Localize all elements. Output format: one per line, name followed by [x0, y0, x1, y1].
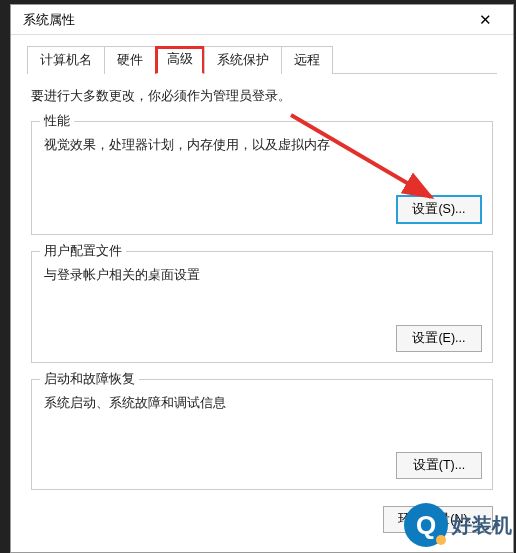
titlebar: 系统属性 ✕	[11, 5, 513, 35]
system-properties-window: 系统属性 ✕ 计算机名 硬件 高级 系统保护 远程 要进行大多数更改，你必须作为…	[10, 4, 514, 553]
button-row: 设置(T)...	[44, 452, 482, 479]
tab-label: 计算机名	[40, 53, 92, 67]
startup-recovery-group: 启动和故障恢复 系统启动、系统故障和调试信息 设置(T)...	[31, 379, 493, 491]
watermark-dot-icon	[436, 535, 446, 545]
watermark-letter: Q	[416, 510, 436, 541]
tab-system-protection[interactable]: 系统保护	[204, 46, 282, 74]
user-profiles-desc: 与登录帐户相关的桌面设置	[44, 266, 482, 285]
startup-recovery-legend: 启动和故障恢复	[40, 371, 139, 388]
tab-computer-name[interactable]: 计算机名	[27, 46, 105, 74]
client-area: 计算机名 硬件 高级 系统保护 远程 要进行大多数更改，你必须作为管理员登录。 …	[11, 35, 513, 543]
button-row: 设置(E)...	[44, 325, 482, 352]
tab-advanced[interactable]: 高级	[155, 46, 205, 74]
tab-label: 远程	[294, 53, 320, 67]
performance-group: 性能 视觉效果，处理器计划，内存使用，以及虚拟内存 设置(S)...	[31, 121, 493, 235]
startup-recovery-settings-button[interactable]: 设置(T)...	[396, 452, 482, 479]
tab-hardware[interactable]: 硬件	[104, 46, 156, 74]
startup-recovery-desc: 系统启动、系统故障和调试信息	[44, 394, 482, 413]
close-button[interactable]: ✕	[465, 6, 505, 34]
watermark-text: 好装机	[452, 512, 512, 539]
performance-desc: 视觉效果，处理器计划，内存使用，以及虚拟内存	[44, 136, 482, 155]
user-profiles-settings-button[interactable]: 设置(E)...	[396, 325, 482, 352]
tab-label: 系统保护	[217, 53, 269, 67]
admin-info-text: 要进行大多数更改，你必须作为管理员登录。	[31, 88, 493, 105]
tab-remote[interactable]: 远程	[281, 46, 333, 74]
user-profiles-legend: 用户配置文件	[40, 243, 126, 260]
performance-legend: 性能	[40, 113, 74, 130]
tab-strip: 计算机名 硬件 高级 系统保护 远程	[27, 45, 497, 74]
window-title: 系统属性	[23, 11, 465, 29]
close-icon: ✕	[479, 11, 492, 29]
button-row: 设置(S)...	[44, 195, 482, 224]
tab-label: 硬件	[117, 53, 143, 67]
watermark: Q 好装机	[404, 503, 512, 547]
performance-settings-button[interactable]: 设置(S)...	[396, 195, 482, 224]
tab-label: 高级	[167, 52, 193, 66]
user-profiles-group: 用户配置文件 与登录帐户相关的桌面设置 设置(E)...	[31, 251, 493, 363]
watermark-logo-icon: Q	[404, 503, 448, 547]
